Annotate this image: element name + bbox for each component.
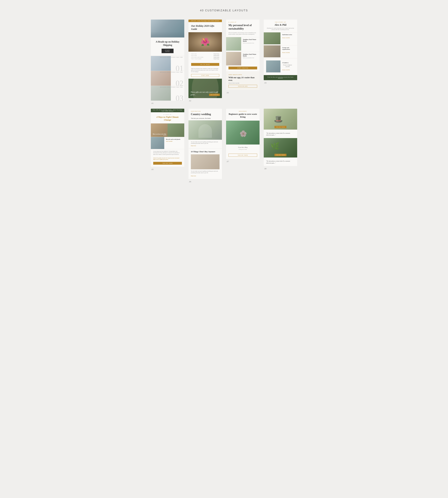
card-03-body: We are not perfect, we are wrong, we are… xyxy=(226,32,259,37)
card-03-look-at: A LOOK AT xyxy=(226,19,259,24)
card-04-feature3-info: A Guide to 8 ways to improve your life R… xyxy=(280,61,295,72)
card-01-item-1: BECAUSE GOOD THINGS TAKE TIME 01 xyxy=(151,56,184,71)
card-02-promo: 20% Off – Ends Thursday! USE CODE SAVE20 xyxy=(189,19,222,22)
card-03-product2-image xyxy=(226,52,241,65)
card-05: Take 20% Off all Holiday Cards - Ends Th… xyxy=(151,109,184,167)
card-07-take-button[interactable]: TAKE ME THERE xyxy=(228,154,257,157)
card-04: THE STORY OF Alex & Phil Breaking zero w… xyxy=(264,19,297,80)
card-02-wrapper: 20% Off – Ends Thursday! USE CODE SAVE20… xyxy=(189,19,222,105)
card-08-wrapper: TAKE ME THERE "We take photos a return t… xyxy=(264,109,297,183)
card-04-read-more-3[interactable]: READ MORE xyxy=(282,69,290,70)
card-01-item2-number: 02 xyxy=(176,79,183,86)
card-03-show-button[interactable]: SHOW ME NOW xyxy=(228,85,257,88)
card-06: INSPIRATION Country wedding The less you… xyxy=(189,109,222,179)
card-03-product1-info: Stainless Steel Water Bottle With the pr… xyxy=(241,37,259,51)
card-07-label: .07 xyxy=(226,160,259,163)
card-02-for-her: FOR HER Fresh Press xyxy=(191,55,219,56)
card-04-label: .04 xyxy=(264,82,297,84)
card-03: A LOOK AT My personal level of sustainab… xyxy=(226,19,259,90)
card-04-feature1-image xyxy=(264,32,280,44)
card-04-feature2-image xyxy=(264,45,280,57)
card-01-start-button[interactable]: START HERE xyxy=(161,49,174,53)
card-02-for-him: FOR HIM Fresh Press xyxy=(191,53,219,54)
card-05-promo: Take 20% Off all Holiday Cards - Ends Th… xyxy=(151,109,184,112)
card-02-body: With the production time needed to creat… xyxy=(189,68,222,74)
card-04-feature-2: Groups and organizations READ MORE xyxy=(264,45,297,57)
card-08-quote-2: "We take photos a return ticket To a mom… xyxy=(264,157,297,166)
card-07-blog-section: From Alex's Blog Going zero waste xyxy=(226,144,259,152)
card-03-app-section: ZERO WASTE APPS With our app, it's easie… xyxy=(226,72,259,90)
card-06-label: .06 xyxy=(189,181,222,183)
card-06-read-more-2[interactable]: Read more xyxy=(191,175,196,176)
card-02-get-button[interactable]: GET STARTED xyxy=(209,93,220,96)
card-04-footer: Find Out My Last Journey around the Farm… xyxy=(264,75,297,80)
card-01-item1-image xyxy=(151,56,171,71)
card-01-item2-image xyxy=(151,71,171,86)
card-05-photo-1: Move on foot or by bike keep fit xyxy=(151,124,168,137)
card-04-feature1-info: Individual action READ MORE xyxy=(280,32,297,44)
card-08-label: .08 xyxy=(264,168,297,170)
card-04-feature-3: A Guide to 8 ways to improve your life R… xyxy=(266,61,295,72)
card-07-wrapper: BEGINNER Beginners guide to zero waste l… xyxy=(226,109,259,183)
card-02-go-button[interactable]: GO TO SHOP xyxy=(191,63,219,66)
card-01: A Heads-up on Holiday Shipping START HER… xyxy=(151,19,184,101)
card-01-label: .01 xyxy=(151,102,184,105)
card-01-item3-number: 03 xyxy=(176,94,183,101)
card-05-italic: Notice the quality and price for soap ha… xyxy=(151,157,184,162)
card-04-feature2-info: Groups and organizations READ MORE xyxy=(280,45,297,57)
card-03-wrapper: A LOOK AT My personal level of sustainab… xyxy=(226,19,259,105)
card-02-title-section: Our Holiday 2020 Gifts Guide xyxy=(189,22,222,32)
card-01-item3-image xyxy=(151,86,171,101)
card-04-feature3-image xyxy=(266,61,280,72)
card-01-item-2: BECAUSE GOOD THINGS TAKE TIME 02 xyxy=(151,71,184,86)
card-05-recycle-image xyxy=(151,137,164,149)
card-04-guide-section: A Guide to 8 ways to improve your life R… xyxy=(264,58,297,75)
card-08-top-section: TAKE ME THERE xyxy=(264,109,297,130)
card-01-headline-section: A Heads-up on Holiday Shipping START HER… xyxy=(151,37,184,56)
card-03-product-2: Stainless Steel Water Bottle With the pr… xyxy=(226,52,259,65)
card-02-green-section: These gifts are not only want to gift go… xyxy=(189,79,222,98)
card-01-wrapper: A Heads-up on Holiday Shipping START HER… xyxy=(151,19,184,105)
card-06-wedding-image xyxy=(189,120,222,140)
card-01-top-image xyxy=(151,19,184,37)
card-01-headline: A Heads-up on Holiday Shipping xyxy=(154,40,181,47)
card-05-label: .05 xyxy=(151,168,184,171)
card-06-wrapper: INSPIRATION Country wedding The less you… xyxy=(189,109,222,183)
card-03-title: My personal level of sustainability xyxy=(226,24,259,32)
layout-grid: A Heads-up on Holiday Shipping START HER… xyxy=(151,19,297,183)
card-03-product-1: Stainless Steel Water Bottle With the pr… xyxy=(226,37,259,51)
card-05-bike-text: Move on foot or by bike keep fit xyxy=(153,133,166,136)
card-06-article-section: 10 Things I Don't Buy Anymore You can ma… xyxy=(189,148,222,179)
card-08: TAKE ME THERE "We take photos a return t… xyxy=(264,109,297,166)
card-08-quote-1: "We take photos a return ticket To a mom… xyxy=(264,130,297,138)
card-01-item1-label: BECAUSE GOOD THINGS TAKE TIME xyxy=(160,57,183,58)
card-01-item-3: BECAUSE GOOD THINGS TAKE TIME 03 xyxy=(151,86,184,101)
card-02-start-button[interactable]: START HERE xyxy=(191,74,219,77)
card-05-take-button[interactable]: TAKE ME THERE xyxy=(153,162,182,165)
card-02-label: .02 xyxy=(189,100,222,102)
card-07-main-image xyxy=(226,121,259,144)
card-02-title: Our Holiday 2020 Gifts Guide xyxy=(191,25,219,31)
card-05-recycle-info: Recycle and avoid plastic donor durable xyxy=(164,137,182,149)
card-01-item1-number: 01 xyxy=(176,64,183,71)
card-07: BEGINNER Beginners guide to zero waste l… xyxy=(226,109,259,159)
card-05-photo-2 xyxy=(168,124,184,137)
card-08-take-button-1[interactable]: TAKE ME THERE xyxy=(274,126,287,128)
card-05-body: A new study from the Institute for Trans… xyxy=(151,149,184,157)
card-02-gift-image xyxy=(189,32,222,52)
card-03-start-button[interactable]: START CREATING xyxy=(228,67,257,69)
card-03-product1-image xyxy=(226,37,241,51)
card-06-article-image xyxy=(191,154,220,169)
card-06-read-more[interactable]: Read more xyxy=(189,145,222,148)
card-05-recycle-row: Recycle and avoid plastic donor durable xyxy=(151,137,184,149)
card-02-for-list: FOR HIM Fresh Press FOR HER Fresh Press … xyxy=(189,52,222,62)
card-04-read-more-2[interactable]: READ MORE xyxy=(282,52,290,53)
card-02-for-baby: FOR YOUR BABY Fresh Press xyxy=(191,58,219,59)
card-04-feature-1: Individual action READ MORE xyxy=(264,32,297,44)
card-08-bottom-section: 🌿 TAKE ME THERE xyxy=(264,138,297,157)
card-01-item2-label: BECAUSE GOOD THINGS TAKE TIME xyxy=(160,72,183,73)
card-08-take-button-2[interactable]: TAKE ME THERE xyxy=(274,154,287,156)
card-04-read-more-1[interactable]: READ MORE xyxy=(282,37,290,38)
card-02: 20% Off – Ends Thursday! USE CODE SAVE20… xyxy=(189,19,222,98)
card-01-item3-label: BECAUSE GOOD THINGS TAKE TIME xyxy=(160,87,183,88)
